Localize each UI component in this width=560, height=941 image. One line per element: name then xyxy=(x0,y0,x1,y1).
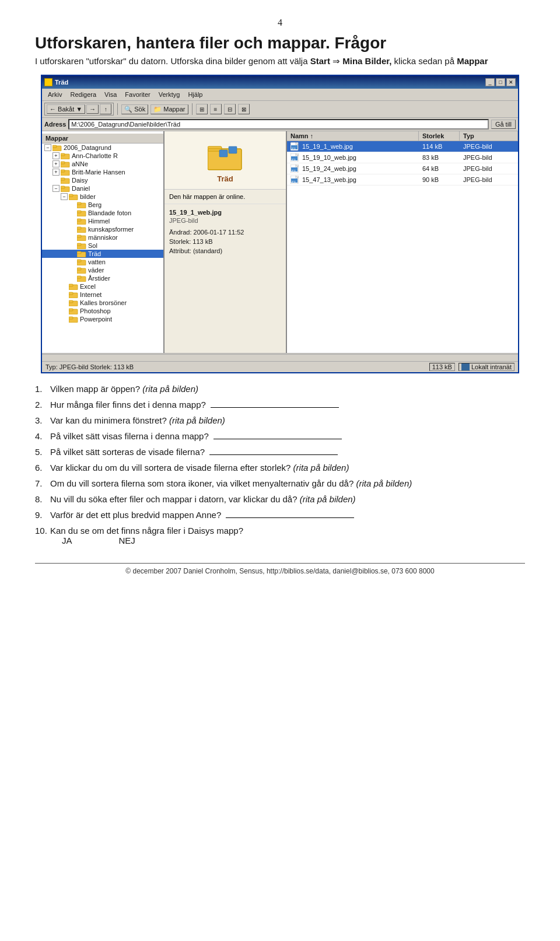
tree-item-vatten[interactable]: vatten xyxy=(42,258,163,266)
back-button[interactable]: ← Bakåt ▼ xyxy=(47,104,85,114)
tree-item-daniel[interactable]: − Daniel xyxy=(42,184,163,193)
tree-item-anne[interactable]: + aNNe xyxy=(42,160,163,168)
tree-item-människor[interactable]: människor xyxy=(42,233,163,242)
file-list-rows: JPG 15_19_1_web.jpg 114 kB JPEG-bild JPG… xyxy=(287,141,518,186)
col-name[interactable]: Namn ↑ xyxy=(287,131,419,141)
answer-line[interactable] xyxy=(211,407,339,408)
folder-icon xyxy=(52,144,62,151)
file-list-header: Namn ↑ Storlek Typ xyxy=(287,131,518,141)
view-icon-2[interactable]: ≡ xyxy=(210,104,222,114)
tree-item-internet[interactable]: Internet xyxy=(42,291,163,299)
menu-redigera[interactable]: Redigera xyxy=(66,90,100,99)
tree-item-kunskapsformer[interactable]: kunskapsformer xyxy=(42,225,163,233)
go-button[interactable]: Gå till xyxy=(491,120,516,129)
tree-expand-icon[interactable]: − xyxy=(52,185,60,192)
svg-rect-48 xyxy=(229,146,237,153)
address-input[interactable]: M:\2006_Datagrund\Daniel\bilder\Träd xyxy=(68,119,489,130)
questions-section: 1.Vilken mapp är öppen? (rita på bilden)… xyxy=(35,384,525,545)
tree-item-label: Photoshop xyxy=(80,307,111,314)
answer-line[interactable] xyxy=(209,454,338,455)
tree-item-label: Årstider xyxy=(88,275,110,282)
menu-favoriter[interactable]: Favoriter xyxy=(121,90,153,99)
folder-icon xyxy=(69,291,78,298)
file-name: 15_19_24_web.jpg xyxy=(302,165,356,172)
tree-expand-icon[interactable]: − xyxy=(61,193,68,200)
tree-item-2006_datagrund[interactable]: − 2006_Datagrund xyxy=(42,144,163,152)
tree-item-daisy[interactable]: Daisy xyxy=(42,176,163,184)
menu-bar: Arkiv Redigera Visa Favoriter Verktyg Hj… xyxy=(42,89,518,101)
tree-item-träd[interactable]: Träd xyxy=(42,250,163,258)
question-italic: (rita på bilden) xyxy=(169,415,225,425)
tree-item-kalles-brorsöner[interactable]: Kalles brorsöner xyxy=(42,299,163,307)
search-button[interactable]: 🔍 Sök xyxy=(121,104,148,114)
tree-expand-icon[interactable]: + xyxy=(52,160,60,167)
minimize-button[interactable]: _ xyxy=(485,78,495,86)
svg-rect-15 xyxy=(77,202,81,205)
maximize-button[interactable]: □ xyxy=(496,78,505,86)
menu-arkiv[interactable]: Arkiv xyxy=(44,90,65,99)
question-item: 4.På vilket sätt visas filerna i denna m… xyxy=(35,431,525,441)
folder-icon xyxy=(77,201,86,208)
answer-nej: NEJ xyxy=(119,536,135,545)
answer-line[interactable] xyxy=(226,517,354,518)
col-size[interactable]: Storlek xyxy=(419,131,460,141)
file-row[interactable]: JPG 15_19_10_web.jpg 83 kB JPEG-bild xyxy=(287,152,518,163)
title-bar-buttons[interactable]: _ □ ✕ xyxy=(485,78,516,86)
tree-expand-icon[interactable]: − xyxy=(44,144,51,151)
question-item: 5.På vilket sätt sorteras de visade file… xyxy=(35,447,525,457)
question-number: 4. xyxy=(35,431,50,441)
view-icon-3[interactable]: ⊟ xyxy=(224,104,236,114)
tree-item-sol[interactable]: Sol xyxy=(42,242,163,250)
question-item: 7.Om du vill sortera filerna som stora i… xyxy=(35,478,525,488)
svg-rect-19 xyxy=(77,219,81,221)
tree-item-väder[interactable]: väder xyxy=(42,266,163,274)
tree-item-label: människor xyxy=(88,234,118,241)
svg-rect-7 xyxy=(61,170,65,172)
tree-item-excel[interactable]: Excel xyxy=(42,282,163,291)
svg-rect-3 xyxy=(61,153,65,156)
answer-line[interactable] xyxy=(214,439,342,439)
file-row[interactable]: JPG 15_19_1_web.jpg 114 kB JPEG-bild xyxy=(287,141,518,152)
tree-item-bilder[interactable]: − bilder xyxy=(42,193,163,201)
tree-item-blandade-foton[interactable]: Blandade foton xyxy=(42,209,163,217)
tree-item-britt-marie-hansen[interactable]: + Britt-Marie Hansen xyxy=(42,168,163,176)
tree-item-årstider[interactable]: Årstider xyxy=(42,274,163,282)
menu-visa[interactable]: Visa xyxy=(101,90,120,99)
folder-icon xyxy=(69,316,78,323)
tree-item-berg[interactable]: Berg xyxy=(42,201,163,209)
tree-item-himmel[interactable]: Himmel xyxy=(42,217,163,225)
address-label: Adress xyxy=(44,121,66,128)
folder-icon xyxy=(77,234,86,241)
file-row[interactable]: JPG 15_47_13_web.jpg 90 kB JPEG-bild xyxy=(287,174,518,186)
col-type[interactable]: Typ xyxy=(460,131,518,141)
up-button[interactable]: ↑ xyxy=(100,104,111,114)
tree-expand-icon[interactable]: + xyxy=(52,152,60,159)
forward-button[interactable]: → xyxy=(86,104,99,114)
folder-icon xyxy=(69,299,78,306)
menu-hjälp[interactable]: Hjälp xyxy=(184,90,206,99)
file-details: 15_19_1_web.jpg JPEG-bild Ändrad: 2006-0… xyxy=(164,204,286,261)
svg-rect-31 xyxy=(77,268,81,270)
tree-item-powerpoint[interactable]: Powerpoint xyxy=(42,315,163,323)
question-text: Kan du se om det finns några filer i Dai… xyxy=(50,526,525,545)
tree-item-label: Ann-Charlotte R xyxy=(72,152,118,159)
folder-icon xyxy=(77,226,86,233)
folder-icon xyxy=(77,267,86,274)
file-type-cell: JPEG-bild xyxy=(460,152,518,163)
explorer-window: Träd _ □ ✕ Arkiv Redigera Visa Favoriter… xyxy=(41,75,519,373)
file-row[interactable]: JPG 15_19_24_web.jpg 64 kB JPEG-bild xyxy=(287,163,518,174)
tree-item-label: Kalles brorsöner xyxy=(80,299,127,306)
close-button[interactable]: ✕ xyxy=(506,78,516,86)
view-icon-1[interactable]: ⊞ xyxy=(196,104,208,114)
svg-rect-43 xyxy=(69,317,73,319)
tree-expand-icon[interactable]: + xyxy=(52,169,60,176)
h-scroll-area[interactable] xyxy=(42,353,518,361)
view-icon-4[interactable]: ⊠ xyxy=(238,104,250,114)
menu-verktyg[interactable]: Verktyg xyxy=(155,90,184,99)
file-type-cell: JPEG-bild xyxy=(460,163,518,174)
tree-item-photoshop[interactable]: Photoshop xyxy=(42,307,163,315)
tree-item-ann-charlotte-r[interactable]: + Ann-Charlotte R xyxy=(42,152,163,160)
question-italic: (rita på bilden) xyxy=(293,463,349,473)
folders-button[interactable]: 📁 Mappar xyxy=(150,104,188,114)
tree-item-label: Excel xyxy=(80,283,96,290)
